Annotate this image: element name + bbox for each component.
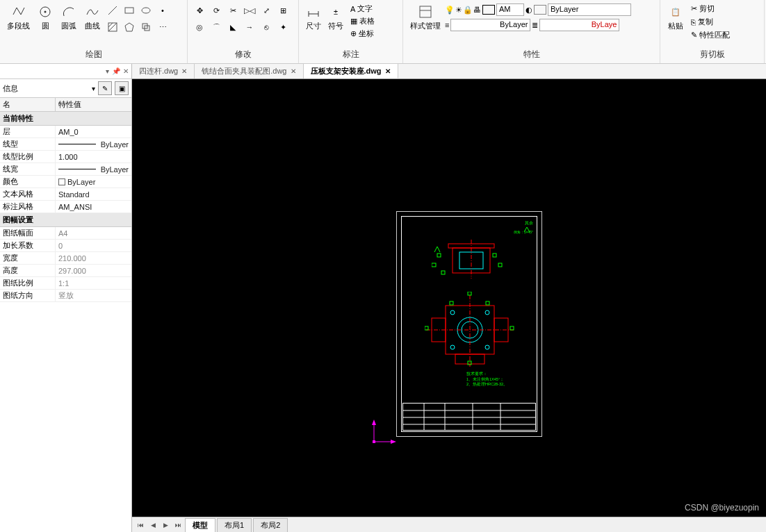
copy-button[interactable]: ⎘复制 (688, 16, 733, 28)
cut-button[interactable]: ✂剪切 (688, 3, 733, 15)
tab-layout1[interactable]: 布局1 (217, 518, 252, 532)
text-button[interactable]: A文字 (348, 3, 377, 15)
mirror-icon[interactable]: ▷◁ (242, 3, 257, 18)
trim-icon[interactable]: ✂ (225, 3, 241, 18)
prop-value[interactable]: ByLayer (56, 163, 131, 175)
misc-icon[interactable]: ⋯ (155, 19, 170, 35)
prop-value[interactable]: 竖放 (56, 290, 131, 301)
file-tab-3[interactable]: 压板支架安装座.dwg✕ (304, 64, 398, 78)
prop-value[interactable]: 1.000 (56, 151, 131, 163)
tech-req-title: 技术要求： (466, 372, 507, 377)
nav-next-icon[interactable]: ▶ (160, 519, 171, 531)
prop-row[interactable]: 标注风格AM_ANSI (0, 201, 131, 213)
table-button[interactable]: ▦表格 (348, 15, 377, 27)
prop-row[interactable]: 线型比例1.000 (0, 151, 131, 163)
coord-icon: ⊕ (350, 29, 357, 38)
prop-row[interactable]: 文本风格Standard (0, 188, 131, 201)
prop-value[interactable]: 297.000 (56, 265, 131, 276)
pin-icon[interactable]: 📌 (112, 67, 120, 75)
prop-row[interactable]: 层AM_0 (0, 126, 131, 138)
ucs-icon (368, 419, 396, 447)
prop-value[interactable]: 210.000 (56, 252, 131, 264)
array-icon[interactable]: ⊞ (275, 3, 291, 18)
nav-first-icon[interactable]: ⏮ (135, 519, 146, 531)
close-icon[interactable]: ✕ (385, 67, 391, 75)
extend-icon[interactable]: → (242, 19, 257, 35)
linetype-dropdown[interactable]: ByLayer (450, 19, 530, 31)
close-icon[interactable]: ✕ (291, 67, 296, 75)
info-drop-icon[interactable]: ▾ (92, 85, 95, 92)
prop-row[interactable]: 线宽ByLayer (0, 163, 131, 176)
drawing-canvas[interactable]: 其余 倒角：1×45° (132, 79, 766, 517)
svg-rect-3 (125, 8, 133, 13)
explode-icon[interactable]: ✦ (275, 19, 291, 35)
tab-model[interactable]: 模型 (185, 518, 215, 532)
region-icon[interactable] (138, 19, 154, 35)
prop-row[interactable]: 加长系数0 (0, 240, 131, 252)
color-wheel-icon[interactable]: ◐ (525, 6, 532, 15)
line-icon[interactable] (105, 3, 120, 18)
prop-value[interactable]: 1:1 (56, 277, 131, 289)
break-icon[interactable]: ⎋ (259, 19, 274, 35)
print-icon[interactable]: 🖶 (473, 6, 481, 15)
dim-button[interactable]: 尺寸 (303, 3, 324, 33)
circle-button[interactable]: 圆 (34, 3, 56, 33)
file-tab-1-label: 四连杆.dwg (139, 66, 178, 76)
select-button[interactable]: ▣ (115, 81, 129, 95)
point-icon[interactable]: • (155, 3, 170, 18)
dim-label: 尺寸 (306, 21, 321, 31)
prop-row[interactable]: 宽度210.000 (0, 252, 131, 265)
prop-row[interactable]: 颜色ByLayer (0, 176, 131, 188)
svg-rect-41 (450, 301, 453, 305)
hatch-icon[interactable] (105, 19, 120, 35)
prop-row[interactable]: 图纸幅面A4 (0, 227, 131, 240)
offset-icon[interactable]: ◎ (192, 19, 207, 35)
prop-value[interactable]: ByLayer (56, 176, 131, 188)
symbol-button[interactable]: ± 符号 (325, 3, 346, 33)
style-manager-button[interactable]: 样式管理 (407, 3, 443, 33)
dropdown-icon[interactable]: ▾ (106, 67, 109, 75)
prop-row[interactable]: 图纸方向竖放 (0, 290, 131, 302)
fillet-icon[interactable]: ⌒ (209, 19, 224, 35)
rotate-icon[interactable]: ⟳ (209, 3, 224, 18)
color-dropdown[interactable]: ByLayer (548, 3, 631, 16)
svg-marker-51 (372, 419, 376, 425)
polygon-icon[interactable] (122, 19, 137, 35)
filter-button[interactable]: ✎ (98, 81, 112, 95)
move-icon[interactable]: ✥ (192, 3, 207, 18)
nav-last-icon[interactable]: ⏭ (172, 519, 184, 531)
close-icon[interactable]: ✕ (181, 67, 187, 75)
nav-prev-icon[interactable]: ◀ (147, 519, 158, 531)
ellipse-icon[interactable] (138, 3, 154, 18)
lineweight-dropdown[interactable]: ByLaye (539, 19, 619, 31)
prop-row[interactable]: 高度297.000 (0, 265, 131, 277)
match-button[interactable]: ✎特性匹配 (688, 29, 733, 41)
paste-button[interactable]: 📋 粘贴 (665, 3, 687, 33)
spline-button[interactable]: 曲线 (81, 3, 104, 33)
svg-marker-8 (125, 23, 133, 31)
prop-value[interactable]: AM_0 (56, 126, 131, 138)
file-tab-1[interactable]: 四连杆.dwg✕ (132, 64, 195, 78)
layer-dropdown[interactable]: AM (496, 3, 524, 16)
bulb-icon[interactable]: 💡 (445, 6, 455, 15)
close-panel-icon[interactable]: ✕ (123, 67, 129, 75)
prop-value[interactable]: 0 (56, 240, 131, 251)
prop-row[interactable]: 图纸比例1:1 (0, 277, 131, 290)
polyline-button[interactable]: 多段线 (4, 3, 33, 33)
arc-button[interactable]: 圆弧 (58, 3, 80, 33)
file-tab-2[interactable]: 铣结合面夹具装配图.dwg✕ (195, 64, 303, 78)
prop-value[interactable]: A4 (56, 227, 131, 239)
lock-icon[interactable]: 🔒 (463, 6, 473, 15)
prop-row[interactable]: 线型ByLayer (0, 138, 131, 151)
sun-icon[interactable]: ☀ (455, 6, 462, 15)
tech-req-2: 2、热处理HRC28-32。 (466, 382, 507, 388)
coord-button[interactable]: ⊕坐标 (348, 28, 377, 40)
tab-layout2[interactable]: 布局2 (253, 518, 288, 532)
ribbon-clipboard-label: 剪切板 (665, 47, 760, 62)
scale-icon[interactable]: ⤢ (259, 3, 274, 18)
chamfer-icon[interactable]: ◣ (225, 19, 241, 35)
prop-value[interactable]: ByLayer (56, 138, 131, 150)
rect-icon[interactable] (122, 3, 137, 18)
prop-value[interactable]: AM_ANSI (56, 201, 131, 213)
prop-value[interactable]: Standard (56, 188, 131, 200)
